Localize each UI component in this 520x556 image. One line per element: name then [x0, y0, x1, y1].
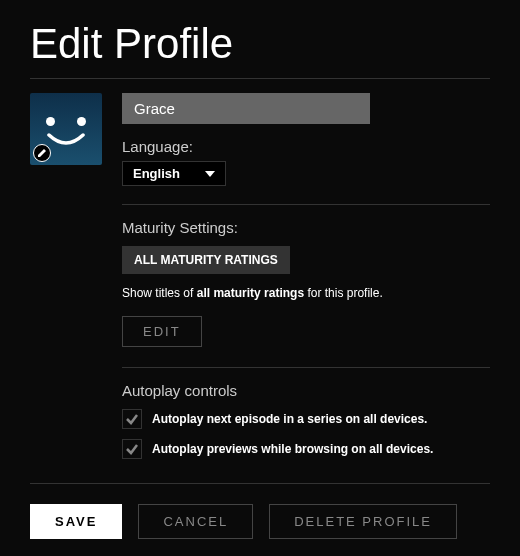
avatar[interactable] [30, 93, 102, 165]
page-title: Edit Profile [30, 20, 490, 68]
cancel-button[interactable]: CANCEL [138, 504, 253, 539]
checkmark-icon [125, 442, 139, 456]
divider [30, 483, 490, 484]
profile-name-input[interactable] [122, 93, 370, 124]
divider [30, 78, 490, 79]
avatar-edit-button[interactable] [33, 144, 51, 162]
autoplay-next-label: Autoplay next episode in a series on all… [152, 412, 427, 426]
autoplay-next-checkbox[interactable] [122, 409, 142, 429]
language-select[interactable]: English [122, 161, 226, 186]
checkmark-icon [125, 412, 139, 426]
delete-profile-button[interactable]: DELETE PROFILE [269, 504, 457, 539]
autoplay-previews-checkbox[interactable] [122, 439, 142, 459]
chevron-down-icon [205, 171, 215, 177]
autoplay-label: Autoplay controls [122, 382, 490, 399]
language-selected: English [133, 166, 180, 181]
divider [122, 204, 490, 205]
maturity-description: Show titles of all maturity ratings for … [122, 286, 490, 300]
autoplay-previews-label: Autoplay previews while browsing on all … [152, 442, 433, 456]
maturity-label: Maturity Settings: [122, 219, 490, 236]
save-button[interactable]: SAVE [30, 504, 122, 539]
pencil-icon [37, 148, 47, 158]
language-label: Language: [122, 138, 490, 155]
divider [122, 367, 490, 368]
maturity-badge: ALL MATURITY RATINGS [122, 246, 290, 274]
maturity-edit-button[interactable]: EDIT [122, 316, 202, 347]
